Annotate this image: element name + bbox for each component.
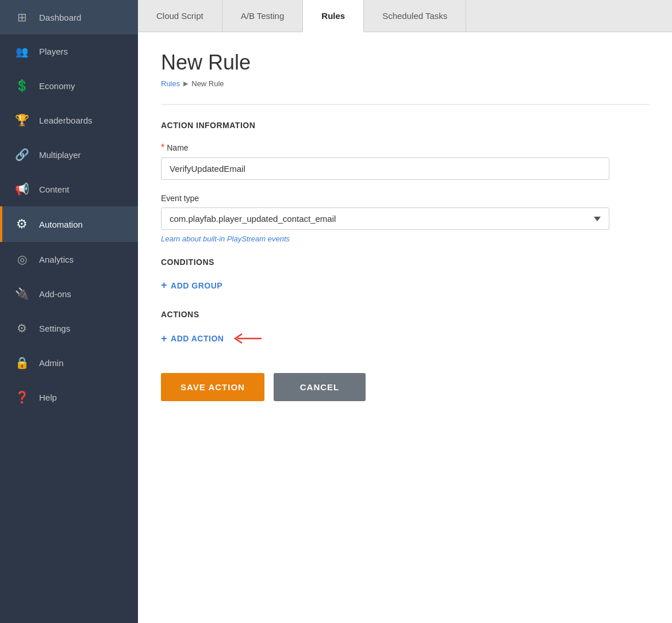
content-icon bbox=[14, 182, 30, 196]
sidebar-item-label: Economy bbox=[39, 81, 75, 91]
required-star: * bbox=[161, 143, 164, 153]
sidebar-item-admin[interactable]: Admin bbox=[0, 345, 138, 380]
sidebar-item-analytics[interactable]: Analytics bbox=[0, 242, 138, 276]
sidebar-item-economy[interactable]: Economy bbox=[0, 68, 138, 103]
sidebar-item-dashboard[interactable]: Dashboard bbox=[0, 0, 138, 34]
tab-rules[interactable]: Rules bbox=[303, 0, 364, 32]
automation-icon bbox=[14, 217, 30, 232]
event-type-label: Event type bbox=[161, 194, 649, 203]
economy-icon bbox=[14, 79, 30, 93]
sidebar-item-players[interactable]: Players bbox=[0, 34, 138, 68]
sidebar-item-help[interactable]: Help bbox=[0, 380, 138, 414]
sidebar-item-label: Content bbox=[39, 184, 70, 194]
breadcrumb-separator: ▶ bbox=[183, 80, 188, 87]
action-info-title: ACTION INFORMATION bbox=[161, 121, 649, 130]
sidebar-item-label: Leaderboards bbox=[39, 116, 93, 125]
dashboard-icon bbox=[14, 10, 30, 24]
sidebar-item-label: Help bbox=[39, 393, 57, 402]
conditions-section: CONDITIONS + ADD GROUP bbox=[161, 257, 649, 291]
conditions-title: CONDITIONS bbox=[161, 257, 649, 267]
add-action-row: + ADD ACTION bbox=[161, 332, 649, 345]
footer-buttons: SAVE ACTION CANCEL bbox=[161, 373, 649, 420]
addons-icon bbox=[14, 287, 30, 301]
players-icon bbox=[14, 45, 30, 58]
tab-scheduled-tasks[interactable]: Scheduled Tasks bbox=[364, 0, 466, 32]
help-icon bbox=[14, 390, 30, 404]
breadcrumb-rules-link[interactable]: Rules bbox=[161, 79, 180, 88]
sidebar-item-label: Admin bbox=[39, 358, 64, 368]
playstream-help-link[interactable]: Learn about built-in PlayStream events bbox=[161, 234, 290, 243]
sidebar-item-label: Add-ons bbox=[39, 289, 71, 299]
name-field-group: * Name bbox=[161, 143, 649, 180]
add-action-button[interactable]: + ADD ACTION bbox=[161, 333, 224, 345]
add-group-button[interactable]: + ADD GROUP bbox=[161, 279, 222, 291]
section-divider bbox=[161, 104, 649, 105]
multiplayer-icon bbox=[14, 148, 30, 161]
page-title: New Rule bbox=[161, 51, 649, 75]
action-information-section: ACTION INFORMATION * Name Event type com… bbox=[161, 121, 649, 244]
sidebar-item-label: Analytics bbox=[39, 255, 74, 264]
actions-section: ACTIONS + ADD ACTION bbox=[161, 310, 649, 345]
breadcrumb: Rules ▶ New Rule bbox=[161, 79, 649, 88]
main-content: Cloud Script A/B Testing Rules Scheduled… bbox=[138, 0, 672, 623]
sidebar-item-multiplayer[interactable]: Multiplayer bbox=[0, 137, 138, 172]
page-body: New Rule Rules ▶ New Rule ACTION INFORMA… bbox=[138, 32, 672, 623]
sidebar-item-automation[interactable]: Automation bbox=[0, 206, 138, 242]
analytics-icon bbox=[14, 252, 30, 266]
arrow-indicator bbox=[233, 332, 262, 345]
leaderboards-icon bbox=[14, 113, 30, 127]
sidebar: Dashboard Players Economy Leaderboards M… bbox=[0, 0, 138, 623]
name-label: * Name bbox=[161, 143, 649, 153]
sidebar-item-settings[interactable]: Settings bbox=[0, 311, 138, 345]
actions-title: ACTIONS bbox=[161, 310, 649, 319]
breadcrumb-current: New Rule bbox=[191, 79, 224, 88]
sidebar-item-label: Settings bbox=[39, 324, 70, 333]
event-type-select[interactable]: com.playfab.player_updated_contact_email… bbox=[161, 207, 609, 230]
sidebar-item-label: Players bbox=[39, 47, 68, 56]
tab-cloud-script[interactable]: Cloud Script bbox=[138, 0, 222, 32]
plus-icon: + bbox=[161, 333, 167, 345]
sidebar-item-content[interactable]: Content bbox=[0, 172, 138, 206]
name-input[interactable] bbox=[161, 157, 609, 180]
tab-bar: Cloud Script A/B Testing Rules Scheduled… bbox=[138, 0, 672, 32]
sidebar-item-label: Dashboard bbox=[39, 13, 81, 22]
sidebar-item-leaderboards[interactable]: Leaderboards bbox=[0, 103, 138, 137]
plus-icon: + bbox=[161, 279, 167, 291]
admin-icon bbox=[14, 356, 30, 370]
sidebar-item-label: Automation bbox=[39, 220, 83, 229]
sidebar-item-label: Multiplayer bbox=[39, 150, 81, 160]
settings-icon bbox=[14, 321, 30, 335]
event-type-field-group: Event type com.playfab.player_updated_co… bbox=[161, 194, 649, 244]
sidebar-item-addons[interactable]: Add-ons bbox=[0, 276, 138, 311]
save-action-button[interactable]: SAVE ACTION bbox=[161, 373, 264, 401]
tab-ab-testing[interactable]: A/B Testing bbox=[222, 0, 304, 32]
cancel-button[interactable]: CANCEL bbox=[274, 373, 366, 401]
